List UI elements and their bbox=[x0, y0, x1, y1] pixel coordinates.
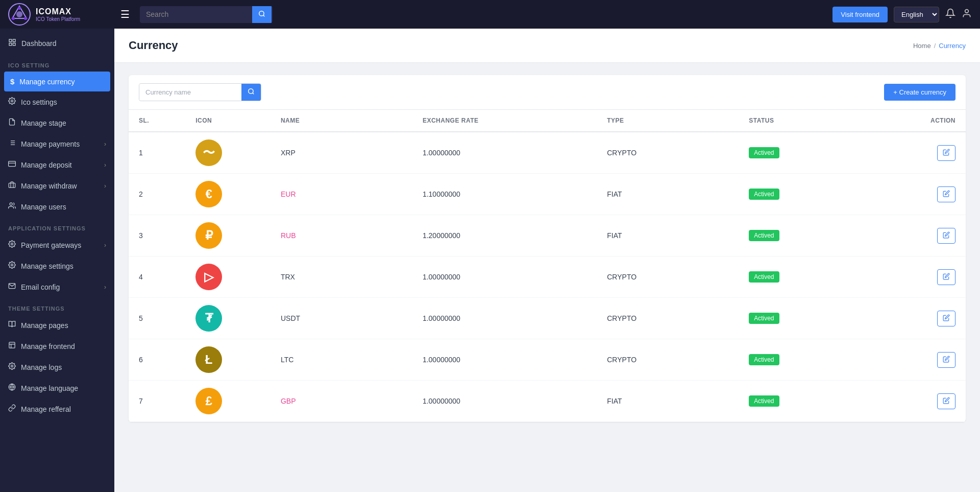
sidebar-item-ico-settings[interactable]: Ico settings bbox=[0, 91, 114, 112]
status-badge: Actived bbox=[749, 313, 779, 324]
manage-withdraw-arrow: › bbox=[104, 182, 106, 190]
email-config-arrow: › bbox=[104, 284, 106, 291]
sidebar-item-manage-users[interactable]: Manage users bbox=[0, 196, 114, 217]
cell-status: Actived bbox=[739, 381, 880, 422]
cell-name: GBP bbox=[271, 381, 412, 422]
manage-referral-icon bbox=[8, 404, 16, 414]
currency-table: SL. ICON NAME EXCHANGE RATE TYPE STATUS … bbox=[129, 110, 966, 422]
col-type: TYPE bbox=[597, 110, 739, 132]
edit-icon bbox=[943, 190, 950, 197]
cell-rate: 1.00000000 bbox=[412, 256, 597, 298]
svg-line-33 bbox=[253, 93, 254, 95]
edit-button[interactable] bbox=[937, 269, 955, 285]
cell-type: CRYPTO bbox=[597, 298, 739, 339]
sidebar: Dashboard ICO SETTING $ Manage currency … bbox=[0, 29, 114, 492]
edit-button[interactable] bbox=[937, 145, 955, 161]
sidebar-item-manage-payments[interactable]: Manage payments › bbox=[0, 133, 114, 154]
col-status: STATUS bbox=[739, 110, 880, 132]
sidebar-item-manage-language[interactable]: Manage language bbox=[0, 378, 114, 399]
table-header: SL. ICON NAME EXCHANGE RATE TYPE STATUS … bbox=[129, 110, 966, 132]
cell-action bbox=[880, 174, 966, 215]
cell-name: XRP bbox=[271, 132, 412, 174]
sidebar-item-dashboard[interactable]: Dashboard bbox=[0, 33, 114, 54]
status-badge: Actived bbox=[749, 354, 779, 365]
email-config-label: Email config bbox=[21, 283, 99, 291]
sidebar-item-manage-stage[interactable]: Manage stage bbox=[0, 112, 114, 133]
table-row: 6 Ł LTC 1.00000000 CRYPTO Actived bbox=[129, 339, 966, 381]
edit-button[interactable] bbox=[937, 352, 955, 368]
manage-language-label: Manage language bbox=[21, 384, 106, 392]
edit-button[interactable] bbox=[937, 393, 955, 409]
sidebar-item-manage-deposit[interactable]: Manage deposit › bbox=[0, 154, 114, 175]
cell-sl: 5 bbox=[129, 298, 185, 339]
breadcrumb-home: Home bbox=[913, 42, 931, 50]
manage-logs-label: Manage logs bbox=[21, 363, 106, 371]
table-row: 3 ₽ RUB 1.20000000 FIAT Actived bbox=[129, 215, 966, 256]
cell-type: FIAT bbox=[597, 174, 739, 215]
status-badge: Actived bbox=[749, 395, 779, 407]
currency-coin-icon: ▷ bbox=[195, 264, 222, 290]
logo-icon bbox=[8, 3, 31, 26]
topnav-right: Visit frontend English French Spanish bbox=[832, 7, 972, 22]
language-select[interactable]: English French Spanish bbox=[894, 7, 939, 22]
visit-frontend-button[interactable]: Visit frontend bbox=[832, 7, 888, 22]
cell-status: Actived bbox=[739, 256, 880, 298]
currency-search-input[interactable] bbox=[139, 84, 241, 100]
cell-sl: 1 bbox=[129, 132, 185, 174]
logo: ICOMAX ICO Token Platform bbox=[8, 3, 110, 26]
cell-rate: 1.10000000 bbox=[412, 174, 597, 215]
sidebar-item-manage-referral[interactable]: Manage refferal bbox=[0, 399, 114, 419]
edit-button[interactable] bbox=[937, 311, 955, 326]
svg-point-29 bbox=[11, 365, 13, 367]
cell-icon: ₮ bbox=[185, 298, 271, 339]
sidebar-item-manage-settings[interactable]: Manage settings bbox=[0, 255, 114, 276]
currency-search-box bbox=[139, 83, 261, 101]
sidebar-item-manage-logs[interactable]: Manage logs bbox=[0, 357, 114, 378]
create-currency-button[interactable]: + Create currency bbox=[884, 84, 955, 101]
sidebar-item-manage-withdraw[interactable]: Manage withdraw › bbox=[0, 175, 114, 196]
cell-status: Actived bbox=[739, 174, 880, 215]
cell-rate: 1.00000000 bbox=[412, 298, 597, 339]
svg-point-6 bbox=[259, 11, 264, 15]
cell-action bbox=[880, 132, 966, 174]
svg-point-4 bbox=[24, 17, 27, 20]
bell-icon[interactable] bbox=[945, 8, 955, 21]
cell-type: FIAT bbox=[597, 381, 739, 422]
edit-button[interactable] bbox=[937, 186, 955, 202]
cell-action bbox=[880, 381, 966, 422]
manage-payments-label: Manage payments bbox=[21, 140, 99, 148]
hamburger-icon[interactable]: ☰ bbox=[120, 8, 130, 20]
svg-rect-20 bbox=[9, 161, 16, 167]
currency-search-button[interactable] bbox=[241, 84, 261, 101]
email-config-icon bbox=[8, 282, 16, 292]
manage-deposit-icon bbox=[8, 160, 16, 170]
table-row: 1 〜 XRP 1.00000000 CRYPTO Actived bbox=[129, 132, 966, 174]
manage-frontend-icon bbox=[8, 341, 16, 351]
currency-coin-icon: £ bbox=[195, 388, 222, 414]
cell-rate: 1.20000000 bbox=[412, 215, 597, 256]
top-search-input[interactable] bbox=[140, 6, 252, 22]
edit-icon bbox=[943, 273, 950, 280]
sidebar-item-manage-frontend[interactable]: Manage frontend bbox=[0, 336, 114, 357]
manage-payments-arrow: › bbox=[104, 140, 106, 148]
user-icon[interactable] bbox=[962, 8, 972, 21]
top-search-button[interactable] bbox=[252, 6, 272, 23]
svg-point-23 bbox=[10, 203, 12, 205]
sidebar-item-manage-currency[interactable]: $ Manage currency bbox=[4, 72, 110, 91]
cell-action bbox=[880, 215, 966, 256]
col-rate: EXCHANGE RATE bbox=[412, 110, 597, 132]
cell-icon: 〜 bbox=[185, 132, 271, 174]
table-row: 2 € EUR 1.10000000 FIAT Actived bbox=[129, 174, 966, 215]
sidebar-item-payment-gateways[interactable]: Payment gateways › bbox=[0, 235, 114, 255]
svg-point-13 bbox=[11, 100, 13, 102]
currency-coin-icon: ₮ bbox=[195, 305, 222, 332]
cell-sl: 4 bbox=[129, 256, 185, 298]
cell-icon: ▷ bbox=[185, 256, 271, 298]
sidebar-item-manage-pages[interactable]: Manage pages bbox=[0, 315, 114, 336]
section-application-settings: APPLICATION SETTINGS bbox=[0, 217, 114, 235]
sidebar-item-email-config[interactable]: Email config › bbox=[0, 276, 114, 297]
cell-sl: 6 bbox=[129, 339, 185, 381]
cell-status: Actived bbox=[739, 132, 880, 174]
edit-button[interactable] bbox=[937, 228, 955, 244]
search-btn-icon bbox=[248, 88, 255, 95]
